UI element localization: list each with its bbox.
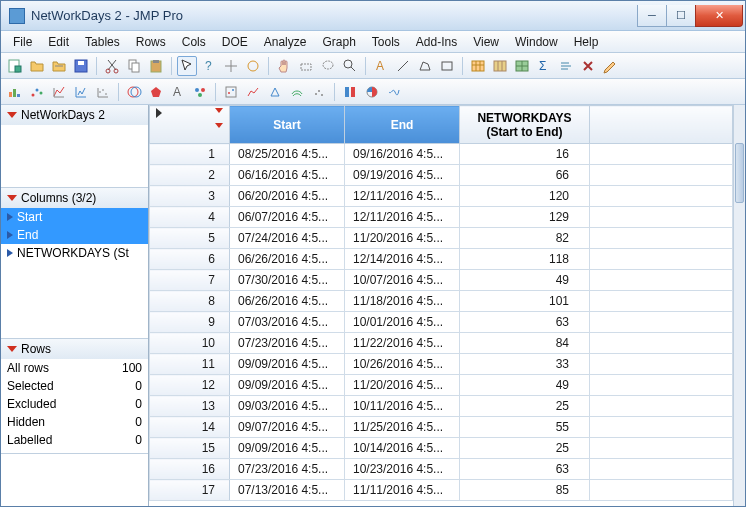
menu-rows[interactable]: Rows bbox=[128, 33, 174, 51]
row-number[interactable]: 3 bbox=[150, 186, 230, 207]
cell-blank[interactable] bbox=[590, 480, 733, 501]
scatter-icon[interactable] bbox=[27, 82, 47, 102]
surface-icon[interactable] bbox=[309, 82, 329, 102]
menu-file[interactable]: File bbox=[5, 33, 40, 51]
annotate-icon[interactable]: A bbox=[371, 56, 391, 76]
cell-blank[interactable] bbox=[590, 333, 733, 354]
cell-end[interactable]: 10/11/2016 4:5... bbox=[345, 396, 460, 417]
line-tool-icon[interactable] bbox=[393, 56, 413, 76]
table-row[interactable]: 406/07/2016 4:5...12/11/2016 4:5...129 bbox=[150, 207, 733, 228]
cell-end[interactable]: 11/20/2016 4:5... bbox=[345, 375, 460, 396]
table-row[interactable]: 108/25/2016 4:5...09/16/2016 4:5...16 bbox=[150, 144, 733, 165]
menu-tools[interactable]: Tools bbox=[364, 33, 408, 51]
cell-blank[interactable] bbox=[590, 249, 733, 270]
edit-icon[interactable] bbox=[600, 56, 620, 76]
cell-blank[interactable] bbox=[590, 165, 733, 186]
scrollbar-thumb[interactable] bbox=[735, 143, 744, 203]
cell-blank[interactable] bbox=[590, 228, 733, 249]
tabulate-icon[interactable] bbox=[71, 82, 91, 102]
row-number[interactable]: 4 bbox=[150, 207, 230, 228]
table-pane-header[interactable]: NetWorkDays 2 bbox=[1, 105, 148, 125]
row-number[interactable]: 10 bbox=[150, 333, 230, 354]
cell-networkdays[interactable]: 25 bbox=[460, 396, 590, 417]
crosshair-tool-icon[interactable] bbox=[221, 56, 241, 76]
delete-icon[interactable] bbox=[578, 56, 598, 76]
cell-networkdays[interactable]: 101 bbox=[460, 291, 590, 312]
distribution-icon[interactable] bbox=[5, 82, 25, 102]
cell-end[interactable]: 12/14/2016 4:5... bbox=[345, 249, 460, 270]
row-number[interactable]: 8 bbox=[150, 291, 230, 312]
cell-networkdays[interactable]: 82 bbox=[460, 228, 590, 249]
cell-start[interactable]: 07/23/2016 4:5... bbox=[230, 333, 345, 354]
cell-networkdays[interactable]: 129 bbox=[460, 207, 590, 228]
cell-end[interactable]: 10/26/2016 4:5... bbox=[345, 354, 460, 375]
cut-icon[interactable] bbox=[102, 56, 122, 76]
brush-tool-icon[interactable] bbox=[296, 56, 316, 76]
cell-blank[interactable] bbox=[590, 291, 733, 312]
cell-networkdays[interactable]: 120 bbox=[460, 186, 590, 207]
row-number[interactable]: 9 bbox=[150, 312, 230, 333]
cell-start[interactable]: 07/03/2016 4:5... bbox=[230, 312, 345, 333]
menu-edit[interactable]: Edit bbox=[40, 33, 77, 51]
cell-start[interactable]: 07/24/2016 4:5... bbox=[230, 228, 345, 249]
window-maximize-button[interactable]: ☐ bbox=[666, 5, 696, 27]
cell-start[interactable]: 06/20/2016 4:5... bbox=[230, 186, 345, 207]
cell-blank[interactable] bbox=[590, 354, 733, 375]
fit-model-icon[interactable] bbox=[124, 82, 144, 102]
table-row[interactable]: 1607/23/2016 4:5...10/23/2016 4:5...63 bbox=[150, 459, 733, 480]
menu-cols[interactable]: Cols bbox=[174, 33, 214, 51]
mixture-icon[interactable] bbox=[362, 82, 382, 102]
row-number[interactable]: 5 bbox=[150, 228, 230, 249]
column-item[interactable]: NETWORKDAYS (St bbox=[1, 244, 148, 262]
column-item[interactable]: End bbox=[1, 226, 148, 244]
cell-end[interactable]: 11/11/2016 4:5... bbox=[345, 480, 460, 501]
cell-blank[interactable] bbox=[590, 459, 733, 480]
row-stat[interactable]: All rows100 bbox=[1, 359, 148, 377]
cell-start[interactable]: 06/26/2016 4:5... bbox=[230, 291, 345, 312]
text-explorer-icon[interactable] bbox=[93, 82, 113, 102]
new-table-icon[interactable] bbox=[5, 56, 25, 76]
cell-end[interactable]: 11/20/2016 4:5... bbox=[345, 228, 460, 249]
table-icon[interactable] bbox=[468, 56, 488, 76]
excerpt-icon[interactable] bbox=[556, 56, 576, 76]
paste-icon[interactable] bbox=[146, 56, 166, 76]
row-number[interactable]: 1 bbox=[150, 144, 230, 165]
table-row[interactable]: 206/16/2016 4:5...09/19/2016 4:5...66 bbox=[150, 165, 733, 186]
table-row[interactable]: 907/03/2016 4:5...10/01/2016 4:5...63 bbox=[150, 312, 733, 333]
open-recent-icon[interactable] bbox=[49, 56, 69, 76]
cell-start[interactable]: 08/25/2016 4:5... bbox=[230, 144, 345, 165]
control-chart-icon[interactable] bbox=[384, 82, 404, 102]
window-minimize-button[interactable]: ─ bbox=[637, 5, 667, 27]
column-header-start[interactable]: Start bbox=[230, 106, 345, 144]
cell-blank[interactable] bbox=[590, 312, 733, 333]
row-number[interactable]: 17 bbox=[150, 480, 230, 501]
bubble-plot-icon[interactable] bbox=[243, 82, 263, 102]
column-header-blank[interactable] bbox=[590, 106, 733, 144]
table-row[interactable]: 507/24/2016 4:5...11/20/2016 4:5...82 bbox=[150, 228, 733, 249]
menu-tables[interactable]: Tables bbox=[77, 33, 128, 51]
cell-networkdays[interactable]: 63 bbox=[460, 459, 590, 480]
menu-window[interactable]: Window bbox=[507, 33, 566, 51]
row-disclosure-icon[interactable] bbox=[156, 108, 162, 118]
table-row[interactable]: 1309/03/2016 4:5...10/11/2016 4:5...25 bbox=[150, 396, 733, 417]
help-tool-icon[interactable]: ? bbox=[199, 56, 219, 76]
cell-start[interactable]: 09/07/2016 4:5... bbox=[230, 417, 345, 438]
cell-start[interactable]: 09/03/2016 4:5... bbox=[230, 396, 345, 417]
corner-header[interactable] bbox=[150, 106, 230, 144]
cell-networkdays[interactable]: 25 bbox=[460, 438, 590, 459]
screening-icon[interactable] bbox=[146, 82, 166, 102]
cell-start[interactable]: 09/09/2016 4:5... bbox=[230, 354, 345, 375]
cell-end[interactable]: 11/22/2016 4:5... bbox=[345, 333, 460, 354]
graph-builder-icon[interactable] bbox=[221, 82, 241, 102]
contour-icon[interactable] bbox=[287, 82, 307, 102]
lasso-tool-icon[interactable] bbox=[318, 56, 338, 76]
table-row[interactable]: 1509/09/2016 4:5...10/14/2016 4:5...25 bbox=[150, 438, 733, 459]
cell-end[interactable]: 10/01/2016 4:5... bbox=[345, 312, 460, 333]
cell-networkdays[interactable]: 16 bbox=[460, 144, 590, 165]
cell-blank[interactable] bbox=[590, 438, 733, 459]
column-header-end[interactable]: End bbox=[345, 106, 460, 144]
cell-networkdays[interactable]: 66 bbox=[460, 165, 590, 186]
cell-end[interactable]: 09/19/2016 4:5... bbox=[345, 165, 460, 186]
menu-add-ins[interactable]: Add-Ins bbox=[408, 33, 465, 51]
cell-end[interactable]: 10/14/2016 4:5... bbox=[345, 438, 460, 459]
